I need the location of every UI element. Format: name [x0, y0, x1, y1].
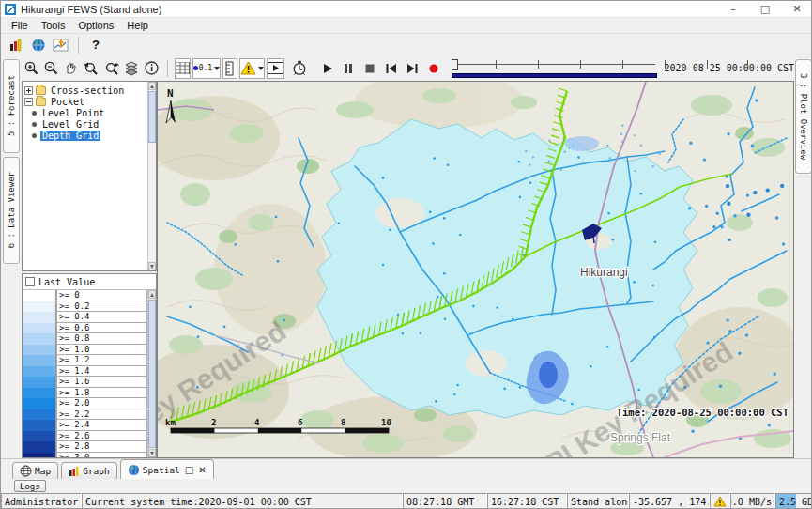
legend-label: >= 1.8: [56, 388, 147, 399]
info-button[interactable]: [143, 58, 161, 79]
legend-item[interactable]: >= 2.2: [23, 409, 147, 421]
label-hikurangi: Hikurangi: [580, 266, 628, 279]
tree-item-pocket[interactable]: Pocket: [23, 96, 156, 107]
layer-tree: Cross-section Pocket Level Point Level G…: [22, 81, 157, 271]
tree-item-depth-grid[interactable]: Depth Grid: [23, 130, 156, 141]
timeseries-button[interactable]: [51, 35, 71, 55]
legend-item[interactable]: >= 2.8: [23, 441, 147, 453]
zoom-next-button[interactable]: [102, 58, 121, 79]
legend-item[interactable]: >= 0.6: [23, 323, 147, 334]
menu-help[interactable]: Help: [120, 19, 155, 32]
play-button[interactable]: [320, 58, 335, 79]
zoom-previous-icon: [83, 60, 100, 76]
svg-text:8: 8: [341, 418, 345, 427]
globe-button[interactable]: [28, 35, 49, 55]
legend-swatch: [23, 409, 56, 421]
menu-options[interactable]: Options: [71, 19, 120, 32]
tab-close-icon[interactable]: ✕: [198, 465, 206, 475]
scrollbar-thumb[interactable]: [148, 300, 156, 448]
menu-tools[interactable]: Tools: [35, 19, 72, 32]
help-button[interactable]: ?: [85, 35, 106, 55]
scroll-down-icon[interactable]: [148, 449, 156, 457]
legend-item[interactable]: >= 0: [23, 290, 147, 301]
next-step-button[interactable]: [406, 58, 421, 79]
map-canvas[interactable]: API Key Required API Key Required Hikura…: [158, 82, 793, 457]
legend-item[interactable]: >= 0.4: [23, 312, 147, 323]
zoom-out-button[interactable]: [42, 58, 60, 79]
pause-button[interactable]: [342, 58, 357, 79]
previous-step-button[interactable]: [384, 58, 399, 79]
left-tab-strip: 5 : Forecast 6 : Data Viewer: [1, 55, 22, 458]
legend-swatch: [23, 290, 56, 301]
legend-swatch: [23, 398, 56, 409]
database-chart-button[interactable]: [6, 35, 26, 55]
legend-item[interactable]: >= 1.2: [23, 355, 147, 366]
tab-forecast[interactable]: 5 : Forecast: [3, 59, 20, 153]
ruler-button[interactable]: [222, 58, 237, 79]
record-button[interactable]: [427, 58, 442, 79]
legend-item[interactable]: >= 1.8: [23, 388, 147, 399]
scroll-down-icon[interactable]: [148, 262, 156, 270]
tab-spatial[interactable]: Spatial □ ✕: [120, 459, 214, 479]
tab-map[interactable]: Map: [12, 462, 58, 479]
maximize-button[interactable]: □: [749, 1, 781, 17]
status-warning[interactable]: [710, 493, 730, 509]
legend-label: >= 2.4: [56, 420, 147, 431]
legend-label: >= 2.2: [56, 409, 147, 421]
grid-display-button[interactable]: [175, 58, 191, 79]
zoom-out-icon: [43, 60, 59, 76]
legend-item[interactable]: >= 0.2: [23, 301, 147, 313]
thresholds-dropdown[interactable]: [239, 58, 265, 79]
menu-file[interactable]: File: [5, 19, 35, 32]
status-memory[interactable]: 2.5 GB: [775, 493, 812, 509]
tree-item-level-point[interactable]: Level Point: [23, 107, 156, 118]
legend-item[interactable]: >= 2.0: [23, 398, 147, 409]
layers-icon: [124, 60, 140, 76]
zoom-in-button[interactable]: [23, 58, 40, 79]
last-value-checkbox[interactable]: [25, 277, 35, 286]
tree-scrollbar[interactable]: [147, 82, 156, 270]
interval-value: 0.1: [199, 64, 212, 72]
tab-data-viewer[interactable]: 6 : Data Viewer: [3, 157, 20, 264]
map-viewport[interactable]: API Key Required API Key Required Hikura…: [157, 81, 794, 458]
legend-item[interactable]: >= 1.6: [23, 377, 147, 388]
globe-icon: [128, 464, 140, 476]
skip-forward-icon: [406, 63, 419, 74]
tab-graph[interactable]: Graph: [61, 462, 117, 479]
stop-button[interactable]: [362, 58, 377, 79]
grid-interval-dropdown[interactable]: 0.1: [192, 58, 221, 79]
svg-text:km: km: [165, 418, 176, 427]
tree-item-cross-section[interactable]: Cross-section: [23, 85, 156, 96]
legend-item[interactable]: >= 2.6: [23, 431, 147, 442]
play-icon: [322, 63, 333, 74]
tab-plot-overview[interactable]: 3 : Plot Overview: [795, 59, 812, 174]
legend-item[interactable]: >= 0.8: [23, 333, 147, 345]
legend-item[interactable]: >= 1.0: [23, 345, 147, 356]
logs-button[interactable]: Logs: [14, 480, 46, 492]
collapse-icon[interactable]: [24, 98, 33, 106]
tree-item-level-grid[interactable]: Level Grid: [23, 118, 156, 130]
movie-player-button[interactable]: [267, 58, 284, 79]
window-controls: – □ ✕: [717, 1, 812, 17]
timeline-slider[interactable]: [452, 58, 656, 79]
scroll-up-icon[interactable]: [148, 82, 156, 90]
scroll-up-icon[interactable]: [148, 290, 156, 299]
legend-item[interactable]: >= 3.0: [23, 453, 147, 458]
legend-swatch: [23, 301, 56, 313]
legend-item[interactable]: >= 1.4: [23, 366, 147, 378]
pan-button[interactable]: [62, 58, 80, 79]
legend-scrollbar[interactable]: [147, 290, 156, 457]
legend-panel: Last Value >= 0>= 0.2>= 0.4>= 0.6>= 0.8>…: [22, 273, 157, 458]
zoom-previous-button[interactable]: [82, 58, 100, 79]
minimize-button[interactable]: –: [717, 1, 749, 17]
timeline-thumb[interactable]: [452, 59, 458, 70]
timeseries-chart-icon: [53, 38, 69, 53]
interval-dot-icon: [193, 66, 198, 70]
legend-item[interactable]: >= 2.4: [23, 420, 147, 431]
tab-maximize-icon[interactable]: □: [185, 465, 193, 475]
close-button[interactable]: ✕: [781, 1, 812, 17]
layers-button[interactable]: [123, 58, 141, 79]
expand-icon[interactable]: [24, 86, 33, 95]
time-navigator-button[interactable]: [291, 58, 308, 79]
scrollbar-thumb[interactable]: [148, 91, 156, 143]
